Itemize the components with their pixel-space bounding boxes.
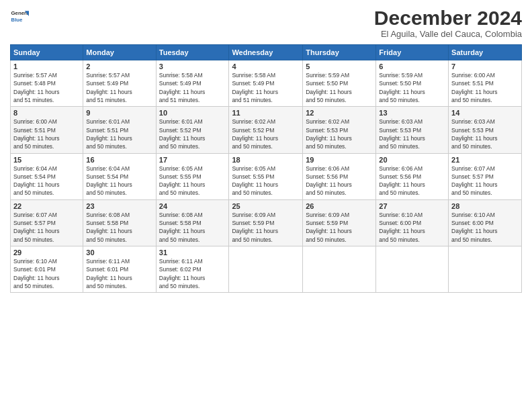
svg-text:Blue: Blue: [11, 17, 24, 23]
day-info: Sunrise: 6:02 AMSunset: 5:53 PMDaylight:…: [306, 118, 373, 150]
day-of-week-header: Friday: [376, 45, 449, 60]
day-info: Sunrise: 6:11 AMSunset: 6:01 PMDaylight:…: [86, 257, 152, 290]
day-number: 9: [86, 109, 152, 117]
calendar-cell: [376, 246, 449, 293]
calendar-table: SundayMondayTuesdayWednesdayThursdayFrid…: [10, 44, 522, 293]
day-number: 21: [451, 156, 519, 164]
day-info: Sunrise: 6:07 AMSunset: 5:57 PMDaylight:…: [451, 165, 519, 197]
calendar-cell: 15Sunrise: 6:04 AMSunset: 5:54 PMDayligh…: [11, 153, 83, 199]
calendar-cell: 4Sunrise: 5:58 AMSunset: 5:49 PMDaylight…: [229, 60, 303, 107]
day-info: Sunrise: 6:00 AMSunset: 5:51 PMDaylight:…: [451, 71, 519, 104]
calendar-cell: 3Sunrise: 5:58 AMSunset: 5:49 PMDaylight…: [156, 60, 229, 107]
calendar-cell: 22Sunrise: 6:07 AMSunset: 5:57 PMDayligh…: [11, 199, 83, 246]
calendar-cell: 11Sunrise: 6:02 AMSunset: 5:52 PMDayligh…: [229, 107, 303, 153]
calendar-cell: 24Sunrise: 6:08 AMSunset: 5:58 PMDayligh…: [156, 199, 229, 246]
day-info: Sunrise: 6:09 AMSunset: 5:59 PMDaylight:…: [306, 211, 373, 244]
calendar-cell: 6Sunrise: 5:59 AMSunset: 5:50 PMDaylight…: [376, 60, 449, 107]
calendar-cell: 29Sunrise: 6:10 AMSunset: 6:01 PMDayligh…: [11, 246, 83, 293]
day-number: 15: [13, 156, 80, 164]
day-number: 27: [379, 202, 445, 210]
day-info: Sunrise: 6:00 AMSunset: 5:51 PMDaylight:…: [13, 118, 80, 150]
day-number: 14: [451, 109, 519, 117]
calendar-cell: 27Sunrise: 6:10 AMSunset: 6:00 PMDayligh…: [376, 199, 449, 246]
calendar-cell: 8Sunrise: 6:00 AMSunset: 5:51 PMDaylight…: [11, 107, 83, 153]
day-info: Sunrise: 6:05 AMSunset: 5:55 PMDaylight:…: [159, 165, 226, 197]
calendar-cell: 26Sunrise: 6:09 AMSunset: 5:59 PMDayligh…: [303, 199, 376, 246]
day-number: 3: [159, 62, 226, 71]
day-info: Sunrise: 6:04 AMSunset: 5:54 PMDaylight:…: [86, 165, 152, 197]
calendar-cell: 19Sunrise: 6:06 AMSunset: 5:56 PMDayligh…: [303, 153, 376, 199]
day-of-week-header: Wednesday: [229, 45, 303, 60]
day-info: Sunrise: 5:59 AMSunset: 5:50 PMDaylight:…: [379, 71, 445, 104]
calendar-cell: 25Sunrise: 6:09 AMSunset: 5:59 PMDayligh…: [229, 199, 303, 246]
day-info: Sunrise: 6:08 AMSunset: 5:58 PMDaylight:…: [159, 211, 226, 244]
location: El Aguila, Valle del Cauca, Colombia: [374, 29, 522, 39]
calendar-cell: 5Sunrise: 5:59 AMSunset: 5:50 PMDaylight…: [303, 60, 376, 107]
day-info: Sunrise: 6:07 AMSunset: 5:57 PMDaylight:…: [13, 211, 80, 244]
logo: General Blue: [10, 7, 29, 26]
calendar-week-row: 22Sunrise: 6:07 AMSunset: 5:57 PMDayligh…: [11, 199, 522, 246]
day-number: 7: [451, 62, 519, 71]
day-of-week-header: Thursday: [303, 45, 376, 60]
day-info: Sunrise: 5:57 AMSunset: 5:49 PMDaylight:…: [86, 71, 152, 104]
day-number: 1: [13, 62, 80, 71]
calendar-cell: 13Sunrise: 6:03 AMSunset: 5:53 PMDayligh…: [376, 107, 449, 153]
day-info: Sunrise: 6:10 AMSunset: 6:00 PMDaylight:…: [379, 211, 445, 244]
day-info: Sunrise: 5:59 AMSunset: 5:50 PMDaylight:…: [306, 71, 373, 104]
day-info: Sunrise: 6:05 AMSunset: 5:55 PMDaylight:…: [232, 165, 300, 197]
calendar-header-row: SundayMondayTuesdayWednesdayThursdayFrid…: [11, 45, 522, 60]
day-of-week-header: Saturday: [449, 45, 522, 60]
day-number: 2: [86, 62, 152, 71]
day-info: Sunrise: 6:06 AMSunset: 5:56 PMDaylight:…: [306, 165, 373, 197]
day-info: Sunrise: 6:01 AMSunset: 5:52 PMDaylight:…: [159, 118, 226, 150]
day-number: 4: [232, 62, 300, 71]
day-of-week-header: Tuesday: [156, 45, 229, 60]
day-info: Sunrise: 5:58 AMSunset: 5:49 PMDaylight:…: [159, 71, 226, 104]
calendar-cell: 10Sunrise: 6:01 AMSunset: 5:52 PMDayligh…: [156, 107, 229, 153]
day-number: 19: [306, 156, 373, 164]
page-container: General Blue December 2024 El Aguila, Va…: [0, 0, 532, 300]
day-number: 31: [159, 248, 226, 257]
day-info: Sunrise: 6:10 AMSunset: 6:01 PMDaylight:…: [13, 257, 80, 290]
day-info: Sunrise: 6:04 AMSunset: 5:54 PMDaylight:…: [13, 165, 80, 197]
day-number: 8: [13, 109, 80, 117]
day-info: Sunrise: 6:06 AMSunset: 5:56 PMDaylight:…: [379, 165, 445, 197]
calendar-week-row: 15Sunrise: 6:04 AMSunset: 5:54 PMDayligh…: [11, 153, 522, 199]
day-number: 6: [379, 62, 445, 71]
calendar-week-row: 8Sunrise: 6:00 AMSunset: 5:51 PMDaylight…: [11, 107, 522, 153]
day-number: 5: [306, 62, 373, 71]
day-info: Sunrise: 6:09 AMSunset: 5:59 PMDaylight:…: [232, 211, 300, 244]
calendar-cell: [449, 246, 522, 293]
calendar-cell: 17Sunrise: 6:05 AMSunset: 5:55 PMDayligh…: [156, 153, 229, 199]
day-info: Sunrise: 6:10 AMSunset: 6:00 PMDaylight:…: [451, 211, 519, 244]
day-number: 16: [86, 156, 152, 164]
day-number: 17: [159, 156, 226, 164]
day-number: 13: [379, 109, 445, 117]
day-number: 25: [232, 202, 300, 210]
calendar-cell: 28Sunrise: 6:10 AMSunset: 6:00 PMDayligh…: [449, 199, 522, 246]
day-number: 22: [13, 202, 80, 210]
calendar-cell: 14Sunrise: 6:03 AMSunset: 5:53 PMDayligh…: [449, 107, 522, 153]
day-number: 18: [232, 156, 300, 164]
day-info: Sunrise: 6:03 AMSunset: 5:53 PMDaylight:…: [379, 118, 445, 150]
day-number: 30: [86, 248, 152, 257]
calendar-cell: 16Sunrise: 6:04 AMSunset: 5:54 PMDayligh…: [83, 153, 156, 199]
day-of-week-header: Sunday: [11, 45, 83, 60]
day-info: Sunrise: 6:11 AMSunset: 6:02 PMDaylight:…: [159, 257, 226, 290]
calendar-cell: 18Sunrise: 6:05 AMSunset: 5:55 PMDayligh…: [229, 153, 303, 199]
calendar-cell: 30Sunrise: 6:11 AMSunset: 6:01 PMDayligh…: [83, 246, 156, 293]
calendar-week-row: 1Sunrise: 5:57 AMSunset: 5:48 PMDaylight…: [11, 60, 522, 107]
calendar-cell: 7Sunrise: 6:00 AMSunset: 5:51 PMDaylight…: [449, 60, 522, 107]
day-number: 11: [232, 109, 300, 117]
logo-icon: General Blue: [10, 7, 29, 26]
day-number: 10: [159, 109, 226, 117]
day-number: 29: [13, 248, 80, 257]
calendar-cell: [303, 246, 376, 293]
day-info: Sunrise: 5:58 AMSunset: 5:49 PMDaylight:…: [232, 71, 300, 104]
calendar-cell: 23Sunrise: 6:08 AMSunset: 5:58 PMDayligh…: [83, 199, 156, 246]
day-number: 23: [86, 202, 152, 210]
day-of-week-header: Monday: [83, 45, 156, 60]
calendar-cell: 20Sunrise: 6:06 AMSunset: 5:56 PMDayligh…: [376, 153, 449, 199]
day-info: Sunrise: 6:02 AMSunset: 5:52 PMDaylight:…: [232, 118, 300, 150]
day-info: Sunrise: 6:03 AMSunset: 5:53 PMDaylight:…: [451, 118, 519, 150]
